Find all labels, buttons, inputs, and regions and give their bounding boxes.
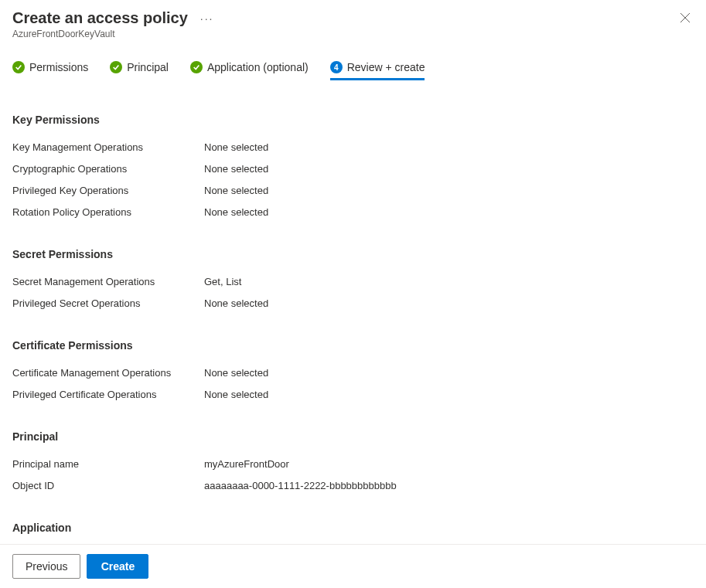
section-heading-certificate-permissions: Certificate Permissions: [12, 339, 694, 352]
row-value: None selected: [204, 387, 268, 403]
section-heading-secret-permissions: Secret Permissions: [12, 248, 694, 260]
check-icon: [190, 61, 203, 73]
check-icon: [12, 61, 25, 73]
row-label: Secret Management Operations: [12, 274, 204, 290]
review-content: Key Permissions Key Management Operation…: [0, 81, 706, 588]
section-heading-key-permissions: Key Permissions: [12, 114, 694, 126]
row-value: aaaaaaaa-0000-1111-2222-bbbbbbbbbbbb: [204, 478, 397, 494]
tab-application[interactable]: Application (optional): [190, 61, 309, 80]
review-row: Rotation Policy Operations None selected: [12, 202, 694, 223]
section-heading-application: Application: [12, 522, 694, 534]
tab-label: Review + create: [347, 61, 425, 73]
page-title: Create an access policy: [12, 9, 188, 27]
row-value: None selected: [204, 365, 268, 381]
tab-permissions[interactable]: Permissions: [12, 61, 88, 80]
section-heading-principal: Principal: [12, 430, 694, 443]
create-button[interactable]: Create: [87, 554, 148, 579]
breadcrumb: AzureFrontDoorKeyVault: [12, 29, 694, 39]
footer-actions: Previous Create: [0, 544, 706, 588]
tab-principal[interactable]: Principal: [110, 61, 169, 80]
previous-button[interactable]: Previous: [12, 554, 80, 579]
close-icon: [680, 12, 691, 23]
review-row: Principal name myAzureFrontDoor: [12, 454, 694, 475]
tab-label: Principal: [127, 61, 169, 73]
review-row: Secret Management Operations Get, List: [12, 271, 694, 293]
row-label: Certificate Management Operations: [12, 365, 204, 381]
row-value: None selected: [204, 161, 268, 177]
tab-label: Permissions: [29, 61, 88, 73]
more-icon[interactable]: ···: [200, 13, 214, 24]
row-value: None selected: [204, 183, 268, 199]
wizard-tabs: Permissions Principal Application (optio…: [0, 61, 706, 81]
row-label: Privileged Secret Operations: [12, 296, 204, 311]
row-label: Principal name: [12, 457, 204, 472]
row-value: myAzureFrontDoor: [204, 457, 289, 472]
row-label: Privileged Certificate Operations: [12, 387, 204, 403]
row-label: Key Management Operations: [12, 140, 204, 155]
row-value: Get, List: [204, 274, 241, 290]
row-label: Cryptographic Operations: [12, 161, 204, 177]
review-row: Certificate Management Operations None s…: [12, 362, 694, 384]
row-value: None selected: [204, 140, 268, 155]
row-label: Object ID: [12, 478, 204, 494]
step-number-icon: 4: [330, 61, 343, 73]
row-label: Privileged Key Operations: [12, 183, 204, 199]
tab-review-create[interactable]: 4 Review + create: [330, 61, 425, 80]
row-value: None selected: [204, 296, 268, 311]
tab-label: Application (optional): [207, 61, 309, 73]
review-row: Object ID aaaaaaaa-0000-1111-2222-bbbbbb…: [12, 475, 694, 497]
row-value: None selected: [204, 205, 268, 220]
review-row: Privileged Certificate Operations None s…: [12, 384, 694, 406]
close-button[interactable]: [680, 12, 691, 25]
row-label: Rotation Policy Operations: [12, 205, 204, 220]
review-row: Privileged Secret Operations None select…: [12, 293, 694, 314]
check-icon: [110, 61, 122, 73]
review-row: Cryptographic Operations None selected: [12, 158, 694, 180]
review-row: Key Management Operations None selected: [12, 137, 694, 158]
review-row: Privileged Key Operations None selected: [12, 180, 694, 202]
